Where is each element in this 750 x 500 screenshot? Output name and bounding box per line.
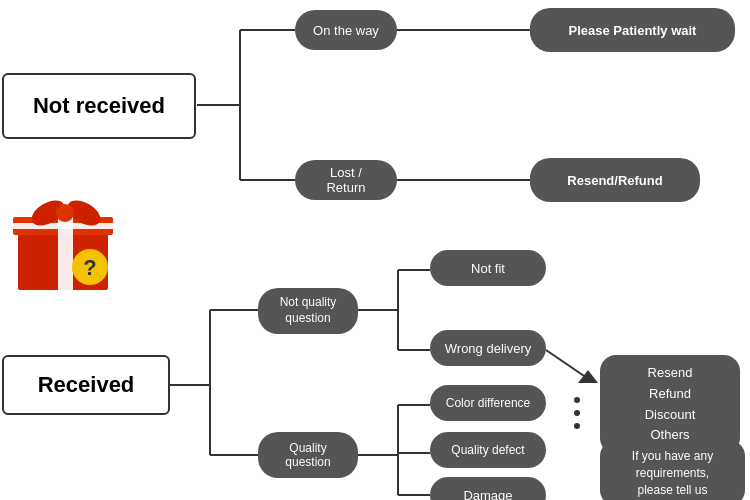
damage-node: Damage <box>430 477 546 500</box>
svg-point-25 <box>574 423 580 429</box>
resend-refund-top-node: Resend/Refund <box>530 158 700 202</box>
gift-box-icon: ? <box>8 185 128 295</box>
color-difference-node: Color difference <box>430 385 546 421</box>
quality-defect-node: Quality defect <box>430 432 546 468</box>
received-node: Received <box>2 355 170 415</box>
svg-point-24 <box>574 410 580 416</box>
svg-marker-22 <box>578 370 598 383</box>
svg-line-21 <box>546 350 590 380</box>
not-quality-node: Not quality question <box>258 288 358 334</box>
not-fit-node: Not fit <box>430 250 546 286</box>
if-requirements-node: If you have any requirements, please tel… <box>600 440 745 500</box>
svg-text:?: ? <box>83 255 96 280</box>
svg-point-23 <box>574 397 580 403</box>
on-the-way-node: On the way <box>295 10 397 50</box>
not-received-node: Not received <box>2 73 196 139</box>
quality-question-node: Quality question <box>258 432 358 478</box>
wrong-delivery-node: Wrong delivery <box>430 330 546 366</box>
svg-rect-29 <box>13 223 113 229</box>
diagram: Not received On the way Please Patiently… <box>0 0 750 500</box>
please-wait-node: Please Patiently wait <box>530 8 735 52</box>
lost-return-node: Lost / Return <box>295 160 397 200</box>
svg-point-32 <box>56 204 74 222</box>
